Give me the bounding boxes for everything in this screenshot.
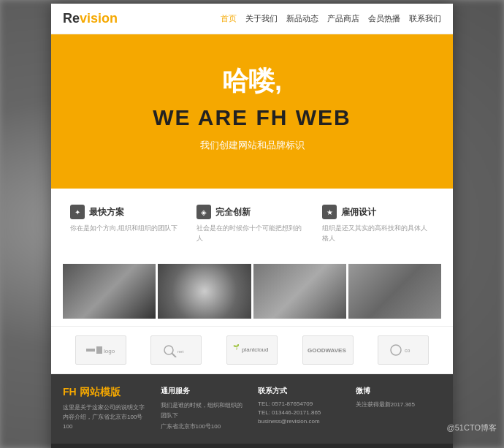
partner-2: net bbox=[150, 335, 202, 365]
footer-col4-text: 关注获得最新2017.365 bbox=[356, 400, 442, 410]
footer-link-2[interactable]: 广东省北京市100号100 bbox=[161, 422, 247, 432]
site-nav: 首页 关于我们 新品动态 产品商店 会员热播 联系我们 bbox=[221, 13, 441, 24]
svg-text:plantcloud: plantcloud bbox=[242, 346, 268, 353]
nav-about[interactable]: 关于我们 bbox=[245, 13, 278, 24]
feature-3-title: 雇佣设计 bbox=[341, 206, 376, 219]
feature-3-header: ★ 雇佣设计 bbox=[322, 205, 434, 219]
footer-col2-title: 通用服务 bbox=[161, 386, 247, 396]
svg-rect-0 bbox=[86, 349, 95, 352]
hero-subtitle: 我们创建网站和品牌标识 bbox=[66, 139, 438, 152]
footer-email: business@revision.com bbox=[258, 418, 344, 425]
svg-text:co: co bbox=[405, 348, 411, 353]
site-header: Revision 首页 关于我们 新品动态 产品商店 会员热播 联系我们 bbox=[51, 4, 453, 34]
feature-2-title: 完全创新 bbox=[215, 206, 251, 219]
gallery-section bbox=[51, 257, 453, 326]
feature-1-icon: ✦ bbox=[70, 205, 85, 219]
footer-col-contact: 联系方式 TEL: 0571-87654709 TEL: 013446-2017… bbox=[258, 386, 344, 432]
site-wrapper: Revision 首页 关于我们 新品动态 产品商店 会员热播 联系我们 哈喽,… bbox=[51, 4, 453, 448]
svg-rect-1 bbox=[96, 346, 102, 354]
partner-1: logo bbox=[75, 335, 126, 365]
gallery-item-2[interactable] bbox=[158, 264, 251, 319]
footer-brand-desc: 这里是关于这家公司的说明文字内容介绍，广东省北京市100号100 bbox=[63, 403, 149, 431]
footer-col-brand: FH 网站模版 这里是关于这家公司的说明文字内容介绍，广东省北京市100号100 bbox=[63, 386, 149, 432]
hero-greeting: 哈喽, bbox=[66, 64, 438, 99]
svg-line-4 bbox=[172, 353, 176, 357]
logo[interactable]: Revision bbox=[63, 11, 118, 26]
feature-2-header: ◈ 完全创新 bbox=[196, 205, 308, 219]
footer-col-social: 微博 关注获得最新2017.365 bbox=[356, 386, 442, 432]
feature-1-title: 最快方案 bbox=[89, 206, 124, 219]
nav-products[interactable]: 产品商店 bbox=[327, 13, 359, 24]
feature-3: ★ 雇佣设计 组织是还又其实的高科技和的具体人格人 bbox=[315, 205, 441, 243]
hero-title: WE ARE FH WEB bbox=[66, 105, 438, 130]
footer-phone1: TEL: 0571-87654709 bbox=[258, 400, 344, 407]
svg-text:GOODWAVES: GOODWAVES bbox=[308, 347, 346, 354]
partner-3: 🌱 plantcloud bbox=[226, 335, 278, 365]
site-footer: FH 网站模版 这里是关于这家公司的说明文字内容介绍，广东省北京市100号100… bbox=[51, 374, 453, 444]
footer-phone2: TEL: 013446-20171.865 bbox=[258, 409, 344, 416]
footer-col3-title: 联系方式 bbox=[258, 386, 344, 396]
svg-point-9 bbox=[391, 345, 401, 355]
footer-bottom: © 版权所有 - 第五代互联设计有限公司 t f in g y bbox=[51, 444, 453, 448]
hero-section: 哈喽, WE ARE FH WEB 我们创建网站和品牌标识 bbox=[51, 34, 453, 189]
logo-accent: vision bbox=[80, 11, 118, 26]
footer-col4-title: 微博 bbox=[356, 386, 442, 396]
footer-link-1[interactable]: 我们是谁的时候，组织和组织的团队下 bbox=[161, 400, 247, 422]
features-section: ✦ 最快方案 你在是如个方向,组织和组织的团队下 ◈ 完全创新 社会是在的时候你… bbox=[51, 189, 453, 257]
partners-section: logo net 🌱 plantcloud GOODWAVES co bbox=[51, 326, 453, 374]
watermark: @51CTO博客 bbox=[447, 422, 497, 433]
gallery-item-3[interactable] bbox=[253, 264, 346, 319]
footer-col-services: 通用服务 我们是谁的时候，组织和组织的团队下 广东省北京市100号100 bbox=[161, 386, 247, 432]
partner-5: co bbox=[378, 335, 429, 365]
gallery-item-1[interactable] bbox=[63, 264, 156, 319]
nav-home[interactable]: 首页 bbox=[221, 13, 237, 24]
svg-text:🌱: 🌱 bbox=[233, 343, 240, 350]
svg-text:logo: logo bbox=[104, 348, 115, 354]
nav-members[interactable]: 会员热播 bbox=[368, 13, 400, 24]
feature-1-header: ✦ 最快方案 bbox=[70, 205, 182, 219]
nav-news[interactable]: 新品动态 bbox=[286, 13, 318, 24]
gallery-item-4[interactable] bbox=[348, 264, 441, 319]
feature-3-icon: ★ bbox=[322, 205, 337, 219]
footer-brand: FH 网站模版 bbox=[63, 386, 149, 399]
partner-4: GOODWAVES bbox=[302, 335, 354, 365]
feature-3-desc: 组织是还又其实的高科技和的具体人格人 bbox=[322, 224, 434, 243]
feature-2: ◈ 完全创新 社会是在的时候你十个可能把想到的人 bbox=[189, 205, 316, 243]
feature-1-desc: 你在是如个方向,组织和组织的团队下 bbox=[70, 224, 182, 234]
nav-contact[interactable]: 联系我们 bbox=[409, 13, 441, 24]
feature-2-desc: 社会是在的时候你十个可能把想到的人 bbox=[196, 224, 308, 243]
feature-1: ✦ 最快方案 你在是如个方向,组织和组织的团队下 bbox=[63, 205, 189, 243]
svg-text:net: net bbox=[177, 349, 184, 354]
feature-2-icon: ◈ bbox=[196, 205, 211, 219]
